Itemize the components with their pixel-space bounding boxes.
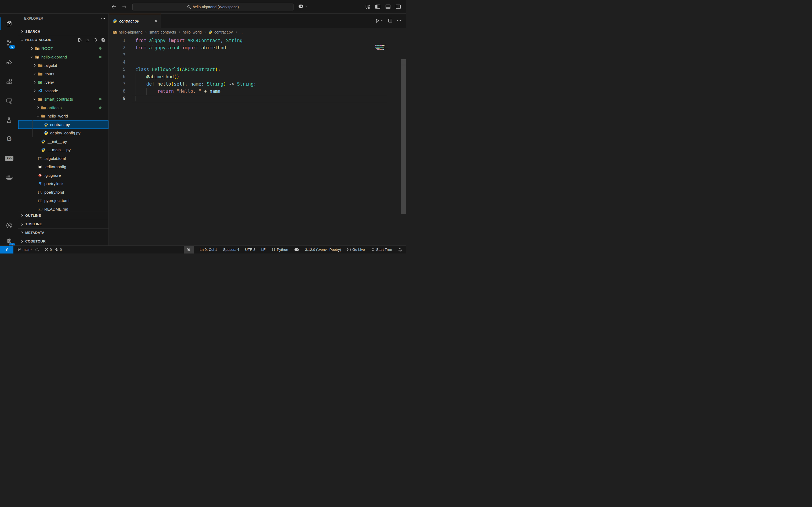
tree-item--venv[interactable]: .venv [18,78,108,87]
start-tree-item[interactable]: Start Tree [371,247,392,251]
copilot-icon [298,4,304,8]
minimap-line [377,49,379,50]
timeline-section-header[interactable]: TIMELINE [18,220,108,228]
tree-item-smart-contracts[interactable]: smart_contracts [18,95,108,104]
tree-item-label: __init__.py [48,139,67,144]
indent-guide [32,120,33,137]
active-indicator [0,17,1,30]
copilot-menu[interactable] [298,4,307,8]
minimap[interactable] [375,37,400,246]
tree-item--vscode[interactable]: .vscode [18,87,108,95]
screen-zoom-item[interactable] [184,246,194,253]
metadata-section-header[interactable]: METADATA [18,228,108,237]
tree-item-root[interactable]: ROOT [18,44,108,53]
copilot-icon [294,247,299,251]
tree-item--init-py[interactable]: __init__.py [18,137,108,146]
code-line: 9 [109,95,406,102]
breadcrumb-item[interactable]: hello-algorand [119,30,143,34]
source-control-activity-button[interactable]: 6 [0,35,18,51]
file-icon: [T] [38,199,42,203]
indentation-item[interactable]: Spaces: 4 [223,247,239,251]
new-file-icon[interactable] [78,38,82,42]
codetour-section-header[interactable]: CODETOUR [18,237,108,245]
root-folder-icon [112,30,117,34]
eol-item[interactable]: LF [261,247,265,251]
breadcrumb-item[interactable]: contract.py [214,30,233,34]
split-editor-icon[interactable] [388,18,393,23]
back-arrow-icon[interactable] [111,3,117,10]
go-live-item[interactable]: Go Live [347,247,365,251]
notifications-bell-icon[interactable] [398,247,402,252]
workspace-search-label: hello-algorand (Workspace) [193,5,239,9]
code-line: 1 from algopy import ARC4Contract, Strin… [109,37,406,44]
search-section-header[interactable]: SEARCH [18,27,108,36]
tree-item--gitignore[interactable]: .gitignore [18,171,108,180]
new-folder-icon[interactable] [85,38,90,42]
git-branch-icon [17,247,21,251]
code-area[interactable]: 1 from algopy import ARC4Contract, Strin… [109,37,406,246]
language-mode-item[interactable]: {} Python [271,247,288,251]
more-actions-icon[interactable] [397,18,401,23]
line-number: 2 [109,44,125,52]
dotenv-icon: .ENV [5,156,14,161]
tree-item--algokit-toml[interactable]: [T] .algokit.toml [18,154,108,163]
python-interpreter-item[interactable]: 3.12.0 ('.venv': Poetry) [305,247,341,251]
extensions-activity-button[interactable] [0,74,18,89]
cursor-position-item[interactable]: Ln 9, Col 1 [200,247,217,251]
tree-item-poetry-toml[interactable]: [T] poetry.toml [18,188,108,196]
chevron-right-icon [20,222,24,226]
tree-item-deploy-config-py[interactable]: deploy_config.py [18,129,108,137]
explorer-activity-button[interactable] [0,16,18,32]
svg-text:G: G [6,135,11,143]
workspace-section-header[interactable]: HELLO-ALGOR... [18,36,108,44]
tree-item-poetry-lock[interactable]: poetry.lock [18,179,108,188]
copilot-status-item[interactable] [294,247,299,251]
remote-explorer-activity-button[interactable] [0,93,18,109]
breadcrumb-item[interactable]: ... [240,30,243,34]
run-debug-activity-button[interactable] [0,54,18,70]
toggle-primary-sidebar-icon[interactable] [374,3,381,10]
git-branch-item[interactable]: main* [17,247,40,251]
collapse-all-icon[interactable] [101,38,105,42]
docker-activity-button[interactable] [0,170,18,185]
git-decoration-dot [99,107,101,109]
tree-item-hello-algorand[interactable]: hello-algorand [18,53,108,61]
toggle-secondary-sidebar-icon[interactable] [395,3,402,10]
command-center-search[interactable]: hello-algorand (Workspace) [133,3,294,11]
line-number: 5 [109,66,125,73]
accounts-activity-button[interactable] [0,218,18,233]
tree-item--tours[interactable]: .tours [18,70,108,78]
tree-item-readme-md[interactable]: M README.md [18,205,108,211]
warnings-icon [54,247,58,251]
error-count: 0 [50,247,52,251]
tree-item--algokit[interactable]: .algokit [18,61,108,70]
editor-scrollbar[interactable] [401,37,406,246]
tree-item--main-py[interactable]: __main__.py [18,146,108,154]
breadcrumb-item[interactable]: hello_world [183,30,202,34]
toggle-panel-icon[interactable] [385,3,392,10]
run-python-file-button[interactable] [375,18,384,23]
close-icon[interactable] [154,19,158,23]
tree-item-label: .tours [44,72,54,76]
refresh-icon[interactable] [93,38,97,42]
tree-item--editorconfig[interactable]: .editorconfig [18,163,108,171]
scrollbar-slider[interactable] [401,59,406,214]
tab-contract-py[interactable]: contract.py [109,14,161,27]
algokit-activity-button[interactable]: G [0,131,18,147]
tree-item-hello-world[interactable]: hello_world [18,112,108,120]
forward-arrow-icon[interactable] [121,3,128,10]
outline-section-header[interactable]: OUTLINE [18,211,108,220]
dotenv-activity-button[interactable]: .ENV [0,151,18,166]
tree-item-pyproject-toml[interactable]: [T] pyproject.toml [18,196,108,205]
breadcrumb-item[interactable]: smart_contracts [149,30,176,34]
more-actions-icon[interactable] [101,16,105,21]
python-icon [208,30,212,34]
problems-item[interactable]: 0 0 [45,247,62,251]
testing-activity-button[interactable] [0,112,18,128]
tree-item-artifacts[interactable]: artifacts [18,104,108,112]
file-icon [44,131,48,135]
tree-item-contract-py[interactable]: contract.py [18,120,108,129]
encoding-item[interactable]: UTF-8 [245,247,255,251]
customize-layout-icon[interactable] [364,3,371,10]
remote-indicator[interactable] [0,246,13,253]
